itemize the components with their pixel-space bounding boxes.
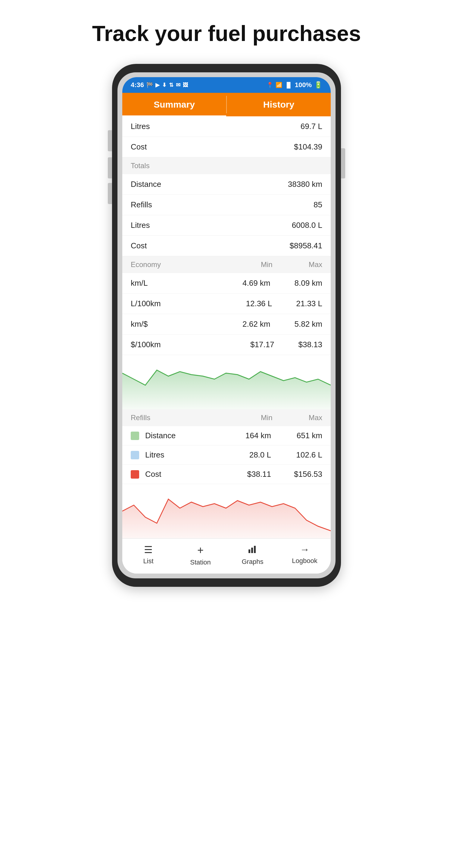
refills-distance-row: Distance 164 km 651 km (122, 426, 331, 445)
economy-kml-label: km/L (131, 278, 148, 288)
economy-dollar100km-label: $/100km (131, 340, 161, 349)
recent-cost-label: Cost (131, 142, 147, 152)
recent-litres-value: 69.7 L (300, 122, 322, 131)
economy-l100km-row: L/100km 12.36 L 21.33 L (122, 293, 331, 314)
economy-kmdollar-min: 2.62 km (242, 319, 270, 329)
battery-text: 100% (295, 81, 312, 89)
economy-kmdollar-row: km/$ 2.62 km 5.82 km (122, 314, 331, 335)
youtube-icon: ▶ (155, 82, 160, 88)
economy-col-min: Min (261, 260, 272, 269)
recent-litres-row: Litres 69.7 L (122, 116, 331, 137)
nav-station-label: Station (190, 558, 211, 566)
totals-cost-value: $8958.41 (290, 241, 322, 250)
nav-list[interactable]: ☰ List (122, 544, 174, 566)
bottom-nav: ☰ List + Station (122, 538, 331, 574)
totals-header-label: Totals (131, 161, 150, 170)
station-icon: + (197, 544, 204, 557)
nav-station[interactable]: + Station (174, 544, 226, 566)
tab-history[interactable]: History (227, 93, 331, 116)
nav-graphs[interactable]: Graphs (226, 544, 279, 566)
refills-header-label: Refills (131, 413, 150, 422)
totals-cost-label: Cost (131, 241, 147, 250)
phone-inner: 4:36 🏁 ▶ ⬇ ⇅ ✉ 🖼 📍 📶 ▐▌ 100% 🔋 (118, 72, 335, 578)
refills-header: Refills Min Max (122, 409, 331, 426)
refills-litres-max: 102.6 L (280, 450, 322, 460)
signal-icon: ▐▌ (285, 82, 292, 88)
economy-kmdollar-max: 5.82 km (295, 319, 323, 329)
refills-litres-min: 28.0 L (229, 450, 271, 460)
economy-kmdollar-label: km/$ (131, 319, 148, 329)
refills-cost-label: Cost (145, 470, 229, 479)
litres-color-swatch (131, 451, 139, 459)
economy-header: Economy Min Max (122, 256, 331, 273)
totals-distance-row: Distance 38380 km (122, 174, 331, 195)
cost-color-swatch (131, 470, 139, 478)
refills-cost-row: Cost $38.11 $156.53 (122, 465, 331, 484)
recent-cost-value: $104.39 (294, 142, 322, 152)
economy-col-max: Max (309, 260, 322, 269)
refills-col-max: Max (309, 413, 322, 422)
totals-header: Totals (122, 157, 331, 174)
graphs-icon (248, 544, 258, 556)
mail-icon: ✉ (176, 82, 181, 88)
economy-dollar100km-min: $17.17 (250, 340, 274, 349)
status-right: 📍 📶 ▐▌ 100% 🔋 (266, 81, 322, 89)
economy-chart (122, 355, 331, 409)
nav-graphs-label: Graphs (241, 558, 263, 566)
sync-icon: ⇅ (169, 82, 173, 88)
refills-cost-min: $38.11 (229, 470, 271, 479)
nav-logbook[interactable]: → Logbook (279, 544, 331, 566)
economy-kml-min: 4.69 km (242, 278, 270, 288)
refills-distance-min: 164 km (229, 431, 271, 440)
logbook-icon: → (300, 544, 310, 555)
totals-distance-value: 38380 km (288, 180, 322, 189)
wifi-icon: 📶 (276, 82, 282, 88)
economy-l100km-min: 12.36 L (246, 299, 272, 308)
refills-cost-max: $156.53 (280, 470, 322, 479)
recent-cost-row: Cost $104.39 (122, 137, 331, 157)
economy-dollar100km-max: $38.13 (298, 340, 322, 349)
refills-distance-max: 651 km (280, 431, 322, 440)
tab-summary[interactable]: Summary (122, 93, 226, 116)
svg-rect-1 (251, 548, 253, 553)
list-icon: ☰ (144, 544, 153, 555)
status-bar: 4:36 🏁 ▶ ⬇ ⇅ ✉ 🖼 📍 📶 ▐▌ 100% 🔋 (122, 77, 331, 93)
refills-distance-label: Distance (145, 431, 229, 440)
svg-rect-2 (254, 546, 256, 553)
totals-refills-row: Refills 85 (122, 195, 331, 215)
battery-icon: 🔋 (314, 81, 322, 89)
page-title: Track your fuel purchases (92, 21, 361, 46)
economy-dollar100km-row: $/100km $17.17 $38.13 (122, 335, 331, 355)
totals-litres-row: Litres 6008.0 L (122, 215, 331, 236)
economy-kml-max: 8.09 km (295, 278, 323, 288)
flag-icon: 🏁 (147, 82, 153, 88)
location-icon: 📍 (266, 82, 273, 88)
image-icon: 🖼 (183, 82, 188, 88)
recent-litres-label: Litres (131, 122, 150, 131)
economy-kml-row: km/L 4.69 km 8.09 km (122, 273, 331, 293)
phone-shell: 4:36 🏁 ▶ ⬇ ⇅ ✉ 🖼 📍 📶 ▐▌ 100% 🔋 (112, 64, 341, 587)
svg-rect-0 (249, 550, 250, 553)
totals-distance-label: Distance (131, 180, 161, 189)
nav-list-label: List (143, 557, 153, 565)
download-icon: ⬇ (162, 82, 167, 88)
refills-litres-label: Litres (145, 450, 229, 460)
economy-l100km-max: 21.33 L (296, 299, 322, 308)
totals-litres-label: Litres (131, 221, 150, 230)
tab-bar: Summary History (122, 93, 331, 116)
refills-col-min: Min (261, 413, 272, 422)
content-area: Litres 69.7 L Cost $104.39 Totals Distan… (122, 116, 331, 574)
status-left: 4:36 🏁 ▶ ⬇ ⇅ ✉ 🖼 (131, 81, 188, 89)
economy-header-label: Economy (131, 260, 161, 269)
economy-l100km-label: L/100km (131, 299, 161, 308)
totals-litres-value: 6008.0 L (292, 221, 322, 230)
nav-logbook-label: Logbook (292, 557, 317, 565)
totals-refills-value: 85 (314, 200, 322, 210)
refills-litres-row: Litres 28.0 L 102.6 L (122, 445, 331, 465)
totals-cost-row: Cost $8958.41 (122, 236, 331, 256)
refills-chart (122, 484, 331, 538)
status-time: 4:36 (131, 81, 144, 89)
distance-color-swatch (131, 432, 139, 440)
totals-refills-label: Refills (131, 200, 152, 210)
screen: 4:36 🏁 ▶ ⬇ ⇅ ✉ 🖼 📍 📶 ▐▌ 100% 🔋 (122, 77, 331, 574)
